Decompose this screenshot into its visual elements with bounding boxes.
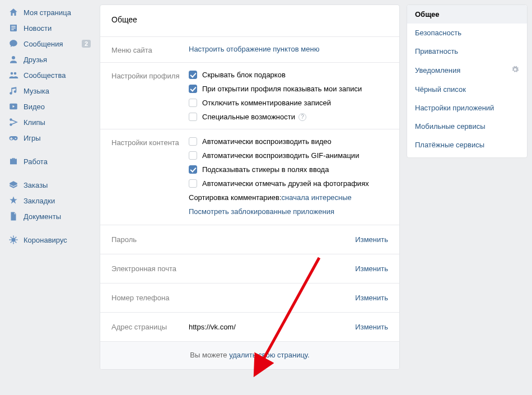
virus-icon	[8, 234, 19, 245]
svg-point-6	[11, 238, 16, 242]
row-content-settings: Настройки контента Автоматически воспрои…	[100, 129, 399, 225]
option-auto-tag[interactable]: Автоматически отмечать друзей на фотогра…	[189, 179, 388, 188]
gear-icon[interactable]	[511, 66, 519, 75]
settings-nav-label: Мобильные сервисы	[415, 122, 486, 131]
bookmark-icon	[8, 195, 19, 206]
blocked-apps-row: Посмотреть заблокированные приложения	[189, 207, 388, 216]
svg-line-11	[11, 237, 12, 238]
nav-orders[interactable]: Заказы	[4, 177, 95, 193]
menu-configure-link[interactable]: Настроить отображение пунктов меню	[189, 45, 319, 53]
messages-icon	[8, 38, 19, 49]
nav-games[interactable]: Игры	[4, 130, 95, 146]
page-title: Общее	[100, 5, 399, 36]
checkbox-icon[interactable]	[189, 179, 197, 188]
delete-page-link[interactable]: удалить свою страницу.	[229, 351, 310, 359]
settings-card: Общее Меню сайта Настроить отображение п…	[100, 4, 400, 370]
settings-nav-blacklist[interactable]: Чёрный список	[407, 80, 527, 99]
row-profile-settings: Настройки профиля Скрывать блок подарков…	[100, 62, 399, 129]
checkbox-icon[interactable]	[189, 151, 197, 160]
nav-communities[interactable]: Сообщества	[4, 67, 95, 83]
option-autoplay-video[interactable]: Автоматически воспроизводить видео	[189, 137, 388, 146]
settings-nav-label: Уведомления	[415, 66, 460, 75]
settings-nav-payments[interactable]: Платёжные сервисы	[407, 136, 527, 154]
option-show-posts[interactable]: При открытии профиля показывать мои запи…	[189, 85, 388, 93]
video-icon	[8, 101, 19, 112]
change-password-link[interactable]: Изменить	[355, 235, 388, 244]
option-hide-gifts[interactable]: Скрывать блок подарков	[189, 71, 388, 79]
nav-my-page[interactable]: Моя страница	[4, 4, 95, 20]
nav-label: Новости	[24, 24, 93, 32]
svg-point-2	[14, 72, 17, 75]
orders-icon	[8, 179, 19, 190]
games-icon	[8, 132, 19, 143]
settings-nav-mobile[interactable]: Мобильные сервисы	[407, 117, 527, 136]
work-icon	[8, 156, 19, 167]
nav-label: Клипы	[24, 118, 93, 127]
checkbox-icon[interactable]	[189, 99, 197, 107]
nav-messages[interactable]: Сообщения 2	[4, 36, 95, 52]
option-label: Специальные возможности	[202, 113, 295, 121]
checkbox-icon[interactable]	[189, 137, 197, 146]
change-email-link[interactable]: Изменить	[355, 264, 388, 273]
option-sticker-hints[interactable]: Подсказывать стикеры в полях ввода	[189, 165, 388, 174]
document-icon	[8, 211, 19, 222]
nav-news[interactable]: Новости	[4, 20, 95, 36]
nav-label: Моя страница	[24, 8, 93, 17]
row-page-address: Адрес страницы https://vk.com/ Изменить	[100, 312, 399, 341]
change-address-link[interactable]: Изменить	[355, 323, 388, 331]
option-label: Отключить комментирование записей	[202, 99, 331, 107]
nav-coronavirus[interactable]: Коронавирус	[4, 232, 95, 248]
option-accessibility[interactable]: Специальные возможности ?	[189, 113, 388, 121]
checkbox-icon[interactable]	[189, 113, 197, 121]
option-label: Автоматически воспроизводить GIF-анимаци…	[202, 151, 359, 160]
footer-prefix: Вы можете	[190, 351, 229, 359]
settings-nav-label: Приватность	[415, 47, 458, 55]
change-phone-link[interactable]: Изменить	[355, 294, 388, 302]
row-phone: Номер телефона Изменить	[100, 283, 399, 312]
comment-sort-row: Сортировка комментариев: сначала интерес…	[189, 193, 388, 202]
option-disable-comments[interactable]: Отключить комментирование записей	[189, 99, 388, 107]
row-label: Пароль	[111, 235, 189, 244]
row-label: Адрес страницы	[111, 323, 189, 331]
svg-line-14	[11, 241, 12, 243]
settings-nav-label: Настройки приложений	[415, 104, 494, 112]
row-label: Электронная почта	[111, 264, 189, 273]
checkbox-icon[interactable]	[189, 165, 197, 174]
nav-friends[interactable]: Друзья	[4, 52, 95, 67]
blocked-apps-link[interactable]: Посмотреть заблокированные приложения	[189, 207, 334, 216]
option-autoplay-gif[interactable]: Автоматически воспроизводить GIF-анимаци…	[189, 151, 388, 160]
settings-nav-notifications[interactable]: Уведомления	[407, 61, 527, 80]
nav-bookmarks[interactable]: Закладки	[4, 193, 95, 208]
settings-nav: Общее Безопасность Приватность Уведомлен…	[407, 4, 528, 158]
option-label: Подсказывать стикеры в полях ввода	[202, 165, 329, 174]
svg-point-0	[12, 56, 15, 59]
nav-clips[interactable]: Клипы	[4, 114, 95, 130]
nav-label: Друзья	[24, 55, 93, 64]
settings-nav-privacy[interactable]: Приватность	[407, 42, 527, 61]
option-label: Автоматически воспроизводить видео	[202, 137, 332, 146]
row-email: Электронная почта Изменить	[100, 254, 399, 283]
nav-label: Игры	[24, 134, 93, 142]
friend-icon	[8, 54, 19, 65]
help-icon[interactable]: ?	[298, 113, 306, 121]
nav-label: Коронавирус	[24, 236, 93, 244]
sort-value-link[interactable]: сначала интересные	[282, 193, 352, 202]
nav-label: Музыка	[24, 87, 93, 95]
settings-nav-general[interactable]: Общее	[407, 5, 527, 24]
settings-nav-label: Безопасность	[415, 29, 461, 37]
nav-label: Документы	[24, 212, 93, 221]
settings-nav-label: Общее	[415, 10, 440, 18]
checkbox-icon[interactable]	[189, 85, 197, 93]
settings-nav-apps[interactable]: Настройки приложений	[407, 99, 527, 117]
row-label: Номер телефона	[111, 294, 189, 302]
option-label: При открытии профиля показывать мои запи…	[202, 85, 362, 93]
settings-nav-security[interactable]: Безопасность	[407, 24, 527, 42]
nav-music[interactable]: Музыка	[4, 83, 95, 99]
nav-label: Сообщества	[24, 71, 93, 80]
checkbox-icon[interactable]	[189, 71, 197, 79]
nav-work[interactable]: Работа	[4, 154, 95, 169]
nav-video[interactable]: Видео	[4, 99, 95, 114]
row-site-menu: Меню сайта Настроить отображение пунктов…	[100, 36, 399, 62]
nav-documents[interactable]: Документы	[4, 208, 95, 224]
clips-icon	[8, 117, 19, 128]
